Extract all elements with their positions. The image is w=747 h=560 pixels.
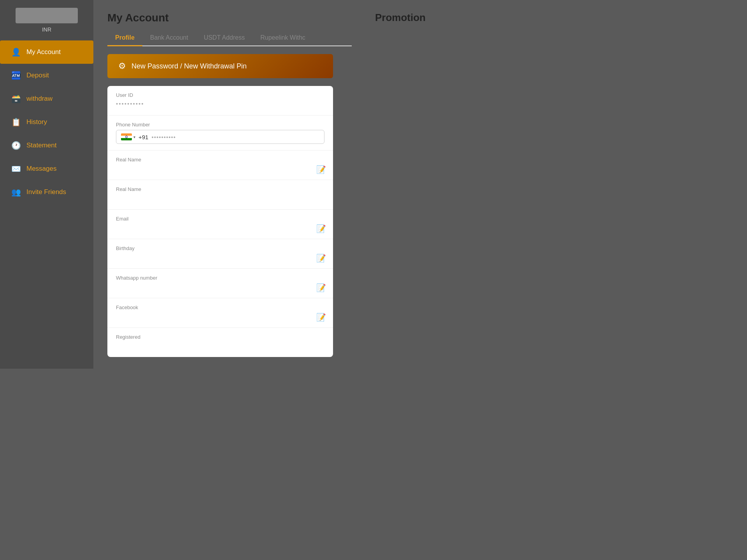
real-name-1-edit-icon[interactable]: 📝 xyxy=(316,165,326,174)
phone-country-code: +91 xyxy=(139,134,148,140)
sidebar-nav: 👤 My Account 🏧 Deposit 🗃️ withdraw 📋 His… xyxy=(0,40,93,204)
sidebar-item-messages[interactable]: ✉️ Messages xyxy=(0,157,93,180)
sidebar-label-withdraw: withdraw xyxy=(26,95,53,103)
sidebar-logo xyxy=(16,8,78,23)
country-chevron-icon: ▾ xyxy=(133,135,135,139)
phone-number-value: •••••••••• xyxy=(151,134,176,140)
user-id-value: •••••••••• xyxy=(116,100,324,109)
registered-value xyxy=(116,342,324,351)
real-name-2-field: Real Name xyxy=(107,180,333,210)
birthday-value xyxy=(116,254,324,262)
phone-number-label: Phone Number xyxy=(116,122,324,128)
whatsapp-edit-icon[interactable]: 📝 xyxy=(316,283,326,292)
birthday-edit-icon[interactable]: 📝 xyxy=(316,254,326,263)
registered-field: Registered xyxy=(107,328,333,357)
real-name-2-value xyxy=(116,194,324,203)
tab-profile[interactable]: Profile xyxy=(107,30,142,46)
tab-rupeelink[interactable]: Rupeelink Withc xyxy=(253,30,313,46)
gear-icon: ⚙ xyxy=(118,61,126,71)
phone-input-container: ▾ +91 •••••••••• xyxy=(116,130,324,144)
facebook-label: Facebook xyxy=(116,304,324,310)
page-title: My Account xyxy=(107,12,352,24)
registered-label: Registered xyxy=(116,334,324,340)
whatsapp-field: Whatsapp number 📝 xyxy=(107,269,333,298)
user-id-label: User ID xyxy=(116,92,324,98)
india-flag xyxy=(121,133,132,140)
sidebar-label-statement: Statement xyxy=(26,142,57,149)
real-name-1-label: Real Name xyxy=(116,157,324,163)
sidebar-item-my-account[interactable]: 👤 My Account xyxy=(0,40,93,64)
email-label: Email xyxy=(116,216,324,222)
password-button[interactable]: ⚙ New Password / New Withdrawal Pin xyxy=(107,54,333,78)
sidebar-item-statement[interactable]: 🕐 Statement xyxy=(0,134,93,157)
facebook-edit-icon[interactable]: 📝 xyxy=(316,313,326,322)
phone-number-field: Phone Number ▾ +91 •••••••••• xyxy=(107,116,333,150)
history-icon: 📋 xyxy=(11,117,21,127)
sidebar-label-invite-friends: Invite Friends xyxy=(26,188,66,196)
promotion-title: Promotion xyxy=(375,12,489,24)
email-field: Email 📝 xyxy=(107,210,333,239)
sidebar-item-withdraw[interactable]: 🗃️ withdraw xyxy=(0,87,93,110)
messages-icon: ✉️ xyxy=(11,164,21,173)
facebook-value xyxy=(116,313,324,321)
user-id-field: User ID •••••••••• xyxy=(107,86,333,116)
real-name-1-value xyxy=(116,165,324,173)
birthday-label: Birthday xyxy=(116,245,324,251)
sidebar-label-my-account: My Account xyxy=(26,48,61,56)
sidebar-currency: INR xyxy=(42,26,51,33)
tab-usdt-address[interactable]: USDT Address xyxy=(196,30,253,46)
sidebar-item-invite-friends[interactable]: 👥 Invite Friends xyxy=(0,180,93,204)
invite-friends-icon: 👥 xyxy=(11,187,21,197)
sidebar-item-history[interactable]: 📋 History xyxy=(0,110,93,134)
deposit-icon: 🏧 xyxy=(11,71,21,80)
sidebar: INR 👤 My Account 🏧 Deposit 🗃️ withdraw 📋… xyxy=(0,0,93,369)
my-account-icon: 👤 xyxy=(11,47,21,57)
facebook-field: Facebook 📝 xyxy=(107,298,333,328)
sidebar-label-messages: Messages xyxy=(26,165,56,173)
whatsapp-value xyxy=(116,283,324,292)
tabs-bar: Profile Bank Account USDT Address Rupeel… xyxy=(107,30,352,46)
email-edit-icon[interactable]: 📝 xyxy=(316,224,326,233)
tab-bank-account[interactable]: Bank Account xyxy=(142,30,196,46)
whatsapp-label: Whatsapp number xyxy=(116,275,324,281)
main-content: My Account Profile Bank Account USDT Add… xyxy=(93,0,366,369)
right-panel: Promotion xyxy=(366,0,498,369)
country-selector[interactable]: ▾ xyxy=(121,133,135,140)
real-name-2-label: Real Name xyxy=(116,186,324,192)
withdraw-icon: 🗃️ xyxy=(11,94,21,103)
statement-icon: 🕐 xyxy=(11,141,21,150)
password-button-label: New Password / New Withdrawal Pin xyxy=(132,62,247,70)
sidebar-item-deposit[interactable]: 🏧 Deposit xyxy=(0,64,93,87)
email-value xyxy=(116,224,324,233)
profile-card: User ID •••••••••• Phone Number ▾ +91 xyxy=(107,86,333,357)
sidebar-label-deposit: Deposit xyxy=(26,72,49,79)
birthday-field: Birthday 📝 xyxy=(107,239,333,269)
sidebar-label-history: History xyxy=(26,118,47,126)
real-name-1-field: Real Name 📝 xyxy=(107,150,333,180)
